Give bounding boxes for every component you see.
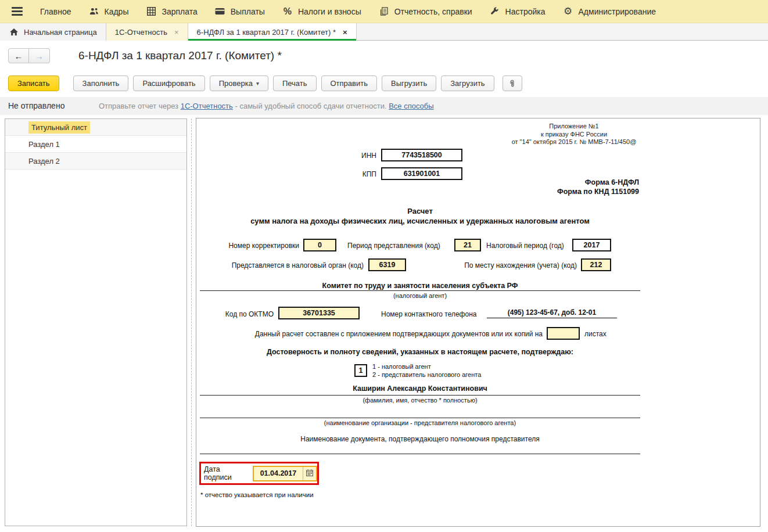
phone-field[interactable]: (495) 123-45-67, доб. 12-01: [487, 308, 617, 318]
send-button[interactable]: Отправить: [321, 76, 377, 91]
link-1c-otchetnost[interactable]: 1С-Отчетность: [181, 102, 233, 110]
menu-item-vyplaty[interactable]: Выплаты: [215, 7, 265, 16]
menu-item-administrirovanie[interactable]: ⚙ Администрирование: [563, 7, 656, 16]
form-rule: [200, 290, 640, 291]
sidebar-item-section-2[interactable]: Раздел 2: [5, 153, 186, 170]
close-icon[interactable]: ×: [172, 28, 179, 37]
sidebar-item-title-page[interactable]: Титульный лист: [5, 119, 186, 136]
authority-doc-caption: Наименование документа, подтверждающего …: [196, 435, 644, 443]
kpp-label: КПП: [313, 170, 376, 178]
menu-item-nalogi[interactable]: % Налоги и взносы: [282, 7, 361, 16]
sidebar-item-label: Титульный лист: [28, 121, 90, 134]
export-button[interactable]: Выгрузить: [382, 76, 436, 91]
tab-6ndfl-report[interactable]: 6-НДФЛ за 1 квартал 2017 г. (Комитет) * …: [188, 23, 357, 41]
form-rule: [200, 418, 640, 418]
location-code-label: По месту нахождения (учета) (код): [417, 261, 577, 269]
status-badge: Не отправлено: [8, 101, 64, 110]
menu-item-zarplata[interactable]: Зарплата: [146, 7, 197, 16]
import-button[interactable]: Загрузить: [441, 76, 494, 91]
oktmo-field[interactable]: 36701335: [278, 307, 360, 319]
status-message-text: Отправьте отчет через: [99, 102, 181, 110]
back-button[interactable]: ←: [8, 48, 29, 63]
note-line: к приказу ФНС России: [475, 131, 673, 139]
form-rule: [200, 454, 640, 454]
menu-item-otchetnost[interactable]: Отчетность, справки: [379, 7, 472, 16]
page-title: 6-НДФЛ за 1 квартал 2017 г. (Комитет) *: [78, 49, 282, 62]
save-button[interactable]: Записать: [8, 76, 59, 91]
inn-label: ИНН: [313, 152, 376, 160]
menu-label: Настройка: [505, 7, 546, 16]
tab-label: Начальная страница: [24, 28, 97, 37]
tab-1c-otchetnost[interactable]: 1С-Отчетность ×: [106, 23, 188, 41]
decrypt-button[interactable]: Расшифровать: [133, 76, 204, 91]
tax-authority-label: Представляется в налоговый орган (код): [196, 261, 364, 269]
tax-year-label: Налоговый период (год): [486, 242, 564, 250]
note-line: от "14" октября 2015 г. № ММВ-7-11/450@: [475, 138, 673, 146]
signer-type-field[interactable]: 1: [354, 364, 367, 377]
menu-label: Отчетность, справки: [394, 7, 472, 16]
menu-item-kadry[interactable]: Кадры: [89, 7, 129, 16]
menu-label: Кадры: [105, 7, 129, 16]
menu-label: Главное: [40, 7, 71, 16]
sidebar-item-section-1[interactable]: Раздел 1: [5, 136, 186, 153]
section-list: Титульный лист Раздел 1 Раздел 2: [5, 118, 187, 526]
form-header-note: Приложение №1 к приказу ФНС России от "1…: [475, 123, 673, 146]
back-arrow-icon: ←: [15, 51, 23, 61]
sign-date-highlight-box: Дата подписи 01.04.2017: [199, 462, 319, 485]
menu-item-glavnoe[interactable]: Главное: [40, 7, 71, 16]
button-label: Отправить: [331, 79, 368, 88]
tab-home-page[interactable]: Начальная страница: [0, 23, 106, 41]
signer-type-options: 1 - налоговый агент 2 - представитель на…: [372, 362, 481, 379]
correction-field[interactable]: 0: [303, 239, 336, 251]
attachment-button[interactable]: [503, 76, 522, 91]
period-field[interactable]: 21: [454, 239, 481, 251]
tax-authority-field[interactable]: 6319: [368, 258, 406, 271]
calendar-icon: [306, 469, 313, 478]
signer-name-caption: (фамилия, имя, отчество * полностью): [196, 397, 644, 404]
close-icon[interactable]: ×: [340, 28, 347, 37]
wallet-icon: [215, 7, 225, 16]
attachments-label: Данный расчет составлен с приложением по…: [196, 330, 543, 338]
link-all-methods[interactable]: Все способы: [389, 102, 433, 110]
correction-label: Номер корректировки: [196, 242, 299, 250]
button-label: Расшифровать: [142, 79, 195, 88]
org-name-caption: (наименование организации - представител…: [196, 419, 644, 426]
form-name: Форма 6-НДФЛ: [452, 178, 639, 187]
percent-icon: %: [282, 7, 293, 16]
oktmo-label: Код по ОКТМО: [196, 310, 274, 318]
title-page-form: Приложение №1 к приказу ФНС России от "1…: [196, 118, 760, 527]
sign-date-label: Дата подписи: [204, 465, 249, 481]
signer-type-option-2: 2 - представитель налогового агента: [372, 371, 481, 379]
calendar-picker-button[interactable]: [303, 467, 316, 480]
period-label: Период представления (код): [347, 242, 440, 250]
forward-button[interactable]: →: [29, 48, 50, 63]
panel-splitter[interactable]: [191, 118, 192, 526]
hamburger-icon[interactable]: [12, 5, 23, 17]
sign-date-field[interactable]: 01.04.2017: [253, 466, 317, 481]
footnote: * отчество указывается при наличии: [200, 491, 314, 498]
print-button[interactable]: Печать: [273, 76, 317, 91]
knd-code: Форма по КНД 1151099: [452, 187, 639, 196]
people-icon: [89, 7, 99, 16]
button-label: Загрузить: [450, 79, 485, 88]
sign-date-value[interactable]: 01.04.2017: [254, 467, 303, 480]
paperclip-icon: [507, 79, 518, 88]
check-dropdown-button[interactable]: Проверка ▾: [210, 76, 268, 91]
location-code-field[interactable]: 212: [581, 258, 611, 271]
tax-agent-name: Комитет по труду и занятости населения с…: [196, 282, 644, 290]
kpp-field[interactable]: 631901001: [381, 167, 462, 180]
attachments-count-field[interactable]: [547, 327, 580, 340]
form-title-line2: сумм налога на доходы физических лиц, ис…: [196, 217, 644, 225]
inn-field[interactable]: 7743518500: [381, 149, 462, 161]
button-label: Заполнить: [82, 79, 120, 88]
chevron-down-icon: ▾: [256, 80, 259, 87]
tab-label: 6-НДФЛ за 1 квартал 2017 г. (Комитет) *: [197, 28, 336, 37]
gear-icon: ⚙: [563, 7, 573, 16]
tax-year-field[interactable]: 2017: [572, 239, 611, 251]
history-nav: ← →: [8, 48, 50, 63]
fill-button[interactable]: Заполнить: [73, 76, 129, 91]
menu-item-nastroyka[interactable]: Настройка: [490, 7, 546, 16]
button-label: Записать: [17, 79, 50, 88]
note-line: Приложение №1: [475, 123, 673, 131]
button-label: Выгрузить: [391, 79, 427, 88]
